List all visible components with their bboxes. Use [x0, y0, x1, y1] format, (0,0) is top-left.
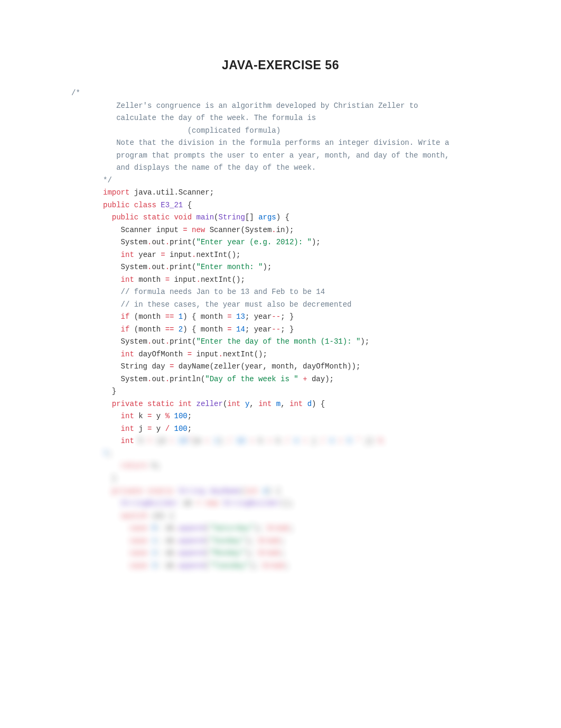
comment: // in these cases, the year must also be…	[121, 300, 352, 309]
id: out	[152, 337, 165, 346]
comment-line: /*	[71, 89, 80, 97]
num: 2	[179, 325, 183, 334]
kw-static: static	[147, 400, 174, 408]
comment-line: */	[103, 176, 112, 185]
page-title: JAVA-EXERCISE 56	[71, 58, 490, 72]
kw-int: int	[121, 251, 134, 259]
comment: // formula needs Jan to be 13 and Feb to…	[121, 288, 325, 296]
kw-public: public	[112, 213, 138, 222]
type-String: String	[219, 213, 245, 222]
kw-class: class	[134, 201, 156, 209]
fn-zeller: zeller	[196, 400, 222, 408]
param-m: m	[276, 400, 280, 408]
kw-int: int	[121, 350, 134, 358]
id: System	[121, 375, 147, 383]
id: java.util.Scanner;	[129, 188, 214, 197]
kw-int: int	[179, 400, 192, 408]
kw-int: int	[289, 400, 303, 408]
string: "Enter month: "	[196, 263, 263, 271]
id: (System	[240, 226, 272, 234]
num: 100	[174, 425, 187, 433]
id: print	[170, 238, 192, 246]
id: System	[121, 238, 147, 246]
comment-line: calculate the day of the week. The formu…	[103, 114, 316, 122]
kw-import: import	[103, 188, 129, 197]
kw-int: int	[227, 400, 240, 408]
comment-line: and displays the name of the day of the …	[103, 163, 316, 172]
kw-if: if	[121, 325, 130, 334]
fn-main: main	[196, 213, 214, 222]
id: println	[170, 375, 201, 383]
id: System	[121, 263, 147, 271]
class-name: E3_21	[161, 201, 183, 209]
param-args: args	[258, 213, 276, 222]
code-block: /* Zeller's congruence is an algorithm d…	[71, 87, 490, 572]
kw-static: static	[143, 213, 170, 222]
id: print	[170, 337, 192, 346]
id: in	[276, 226, 285, 234]
comment-line: Zeller's congruence is an algorithm deve…	[103, 102, 418, 110]
num: 14	[236, 325, 245, 334]
kw-int: int	[121, 437, 134, 445]
kw-new: new	[192, 226, 205, 234]
kw-public: public	[103, 201, 129, 209]
blurred-code: h = (d + 26*(m + 1) / 10 + k + k / 4 + j…	[134, 437, 387, 445]
string: "Enter the day of the month (1-31): "	[196, 337, 360, 346]
id: print	[170, 263, 192, 271]
string: "Enter year (e.g. 2012): "	[196, 238, 311, 246]
comment-line: (complicated formula)	[103, 126, 280, 135]
num: 13	[236, 312, 245, 321]
comment-line: program that prompts the user to enter a…	[103, 151, 449, 160]
kw-void: void	[174, 213, 192, 222]
param-y: y	[245, 400, 249, 408]
document-page: JAVA-EXERCISE 56 /* Zeller's congruence …	[0, 0, 561, 728]
string: "Day of the week is "	[205, 375, 298, 383]
id: System	[121, 337, 147, 346]
kw-int: int	[121, 412, 134, 420]
num: 100	[174, 412, 187, 420]
id: out	[152, 375, 165, 383]
kw-if: if	[121, 312, 130, 321]
kw-int: int	[121, 275, 134, 284]
id: out	[152, 263, 165, 271]
comment-line: Note that the division in the formula pe…	[103, 139, 449, 147]
param-d: d	[307, 400, 312, 408]
blurred-code: 7; return h; } private static String day…	[71, 449, 294, 570]
kw-int: int	[258, 400, 272, 408]
kw-int: int	[121, 425, 134, 433]
num: 1	[179, 312, 183, 321]
kw-private: private	[112, 400, 143, 408]
id: out	[152, 238, 165, 246]
